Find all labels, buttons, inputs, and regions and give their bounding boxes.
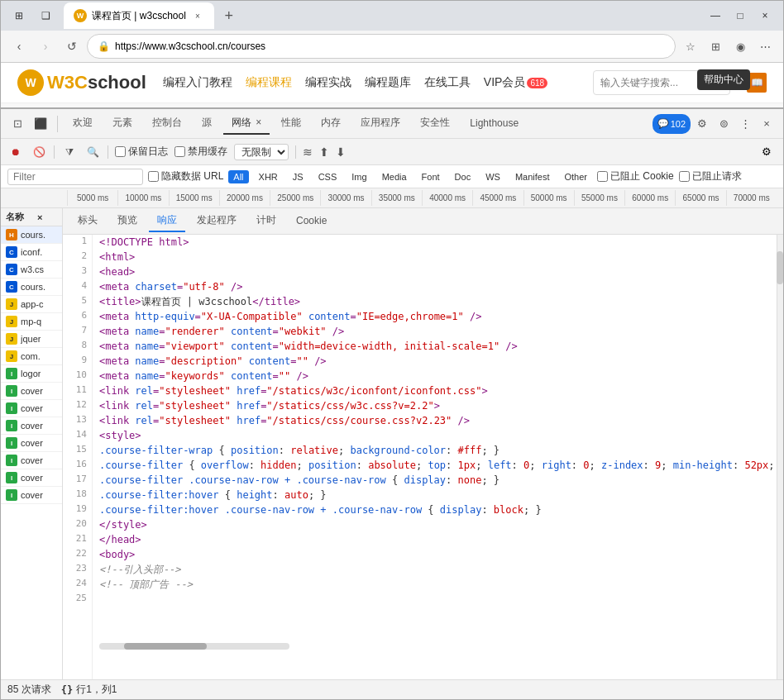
right-scrollbar[interactable]: [777, 235, 783, 679]
tab-performance[interactable]: 性能: [273, 112, 309, 135]
device-mode-btn[interactable]: ⬛: [31, 114, 50, 134]
file-item-coursecss[interactable]: C cours.: [1, 279, 62, 296]
search-input[interactable]: [600, 77, 700, 88]
nav-vip[interactable]: VIP会员618: [484, 75, 547, 90]
nav-problems[interactable]: 编程题库: [365, 75, 411, 90]
element-picker-btn[interactable]: ⊡: [7, 114, 27, 134]
bottom-scrollbar[interactable]: [99, 643, 289, 650]
file-item-cover4[interactable]: I cover: [1, 435, 62, 452]
network-conditions-btn[interactable]: ≋: [303, 145, 313, 159]
preserve-log-checkbox[interactable]: 保留日志: [115, 145, 168, 159]
js-icon: J: [6, 298, 17, 310]
filter-doc-btn[interactable]: Doc: [450, 170, 476, 183]
filter-media-btn[interactable]: Media: [377, 170, 412, 183]
file-item-mpq[interactable]: J mp-q: [1, 313, 62, 331]
blocked-requests-checkbox[interactable]: 已阻止请求: [679, 169, 742, 183]
tab-close-btn[interactable]: ×: [191, 9, 204, 22]
file-item-appc[interactable]: J app-c: [1, 296, 62, 313]
file-item-cover3[interactable]: I cover: [1, 417, 62, 435]
toggle-panes-btn[interactable]: ❑: [34, 7, 57, 24]
throttle-select[interactable]: 无限制: [234, 144, 289, 160]
filter-all-btn[interactable]: All: [228, 170, 248, 183]
tab-memory[interactable]: 内存: [313, 112, 349, 135]
active-tab[interactable]: W 课程首页 | w3cschool ×: [64, 2, 214, 29]
file-item-cover6[interactable]: I cover: [1, 469, 62, 487]
file-item-w3css[interactable]: C w3.cs: [1, 261, 62, 279]
filter-img-btn[interactable]: Img: [347, 170, 371, 183]
minimize-btn[interactable]: —: [704, 7, 727, 24]
subtab-response[interactable]: 响应: [149, 210, 185, 232]
filter-js-btn[interactable]: JS: [288, 170, 308, 183]
file-item-courses[interactable]: H cours.: [1, 226, 62, 244]
file-item-iconf[interactable]: C iconf.: [1, 244, 62, 261]
files-col-close[interactable]: ×: [37, 212, 42, 222]
tab-security[interactable]: 安全性: [412, 112, 458, 135]
code-content[interactable]: 1 <!DOCTYPE html> 2 <html> 3 <head> 4: [63, 235, 777, 679]
back-btn[interactable]: ‹: [7, 35, 31, 58]
file-item-cover2[interactable]: I cover: [1, 400, 62, 417]
subtab-preview[interactable]: 预览: [109, 210, 146, 232]
tab-elements[interactable]: 元素: [104, 112, 141, 135]
nav-courses[interactable]: 编程课程: [246, 75, 292, 90]
hide-data-urls-checkbox[interactable]: 隐藏数据 URL: [148, 169, 223, 183]
disable-cache-input[interactable]: [174, 146, 185, 157]
preserve-log-input[interactable]: [115, 146, 126, 157]
subtab-timing[interactable]: 计时: [248, 210, 284, 232]
filter-css-btn[interactable]: CSS: [313, 170, 342, 183]
new-tab-icon-btn[interactable]: ⊞: [7, 7, 31, 24]
forward-btn[interactable]: ›: [34, 35, 57, 58]
filter-input[interactable]: [7, 169, 143, 185]
tab-sources[interactable]: 源: [194, 112, 220, 135]
file-item-cover1[interactable]: I cover: [1, 383, 62, 400]
file-item-logo[interactable]: I logor: [1, 365, 62, 383]
devtools-focus-btn[interactable]: ⊚: [714, 114, 734, 134]
img-icon: I: [6, 385, 17, 397]
tab-network[interactable]: 网络 ×: [223, 112, 270, 135]
search-filter-btn[interactable]: 🔍: [84, 144, 101, 160]
file-item-cover7[interactable]: I cover: [1, 487, 62, 504]
nav-intro[interactable]: 编程入门教程: [163, 75, 232, 90]
nav-tools[interactable]: 在线工具: [424, 75, 471, 90]
more-btn[interactable]: ⋯: [753, 35, 777, 58]
maximize-btn[interactable]: □: [729, 7, 752, 24]
blocked-requests-input[interactable]: [679, 171, 690, 182]
url-bar[interactable]: 🔒: [87, 34, 676, 59]
download-btn[interactable]: ⬇: [336, 145, 346, 159]
clear-btn[interactable]: 🚫: [31, 144, 47, 160]
bookmark-btn[interactable]: ☆: [679, 35, 702, 58]
profile-btn[interactable]: ◉: [729, 35, 752, 58]
close-btn[interactable]: ×: [753, 7, 777, 24]
devtools-close-btn[interactable]: ×: [757, 114, 777, 134]
tab-application[interactable]: 应用程序: [352, 112, 409, 135]
filter-xhr-btn[interactable]: XHR: [254, 170, 283, 183]
devtools-settings-btn[interactable]: ⚙: [692, 114, 712, 134]
subtab-headers[interactable]: 标头: [69, 210, 106, 232]
collection-btn[interactable]: ⊞: [704, 35, 727, 58]
tab-welcome[interactable]: 欢迎: [65, 112, 101, 135]
nav-practice[interactable]: 编程实战: [305, 75, 351, 90]
file-item-cover5[interactable]: I cover: [1, 452, 62, 469]
file-item-com[interactable]: J com.: [1, 348, 62, 365]
funnel-btn[interactable]: ⧩: [61, 144, 78, 160]
filter-other-btn[interactable]: Other: [559, 170, 592, 183]
new-tab-btn[interactable]: +: [218, 4, 241, 27]
filter-manifest-btn[interactable]: Manifest: [510, 170, 555, 183]
record-btn[interactable]: ⏺: [7, 144, 24, 160]
refresh-btn[interactable]: ↺: [60, 35, 84, 58]
url-input[interactable]: [115, 40, 665, 52]
hide-data-urls-input[interactable]: [148, 171, 159, 182]
filter-font-btn[interactable]: Font: [417, 170, 445, 183]
filter-ws-btn[interactable]: WS: [480, 170, 505, 183]
file-item-jquery[interactable]: J jquer: [1, 331, 62, 348]
subtab-cookie[interactable]: Cookie: [288, 212, 335, 231]
devtools-more-btn[interactable]: ⋮: [735, 114, 755, 134]
disable-cache-checkbox[interactable]: 禁用缓存: [174, 145, 227, 159]
subtab-initiator[interactable]: 发起程序: [189, 210, 245, 232]
blocked-cookies-input[interactable]: [597, 171, 608, 182]
upload-btn[interactable]: ⬆: [319, 145, 329, 159]
tab-lighthouse[interactable]: Lighthouse: [461, 114, 527, 134]
network-settings-btn[interactable]: ⚙: [757, 142, 777, 162]
network-tab-close[interactable]: ×: [256, 117, 261, 128]
blocked-cookies-checkbox[interactable]: 已阻止 Cookie: [597, 169, 674, 183]
tab-console[interactable]: 控制台: [144, 112, 190, 135]
